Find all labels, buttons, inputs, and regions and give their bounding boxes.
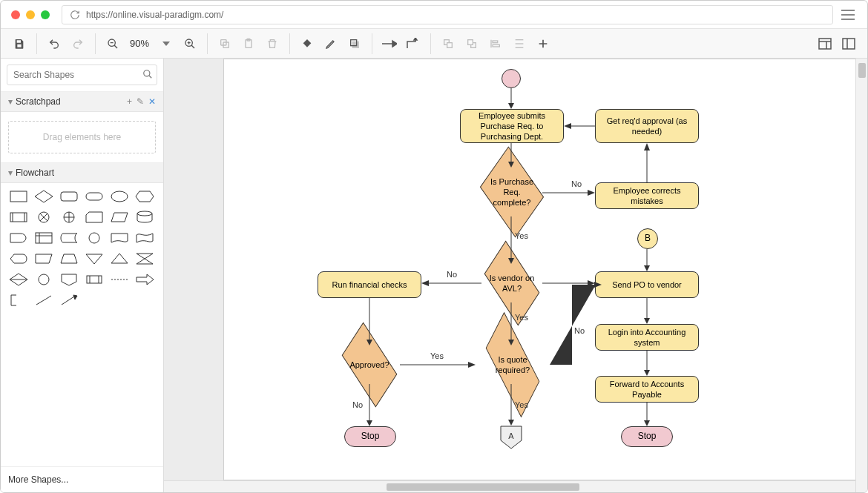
connector-start-button[interactable]: [378, 33, 401, 55]
edge-label-no: No: [447, 270, 457, 279]
shape-internal-storage[interactable]: [33, 231, 54, 245]
svg-marker-77: [73, 295, 77, 300]
shape-rectangle[interactable]: [8, 189, 29, 204]
edit-scratchpad-icon[interactable]: ✎: [137, 96, 144, 107]
shape-terminator[interactable]: [84, 189, 105, 204]
shape-offpage[interactable]: [59, 272, 79, 287]
shape-display[interactable]: [8, 251, 29, 266]
shape-subprocess[interactable]: [8, 210, 29, 225]
stop-node-1[interactable]: Stop: [344, 426, 396, 447]
shape-loop-limit[interactable]: [84, 272, 105, 287]
menu-button[interactable]: [839, 6, 857, 24]
address-bar[interactable]: https://online.visual-paradigm.com/: [62, 5, 833, 24]
reload-icon[interactable]: [70, 10, 80, 20]
close-scratchpad-icon[interactable]: ✕: [148, 96, 156, 107]
canvas-page[interactable]: Employee submits Purchase Req. to Purcha…: [223, 59, 867, 480]
decision-d4[interactable]: Is quote required?: [476, 345, 550, 384]
redo-button[interactable]: [67, 33, 89, 55]
maximize-window-icon[interactable]: [41, 10, 50, 19]
distribute-button[interactable]: [508, 33, 530, 55]
shape-trap-left[interactable]: [33, 251, 54, 266]
connector-style-button[interactable]: [402, 33, 424, 55]
add-scratchpad-icon[interactable]: +: [127, 96, 132, 107]
shape-or[interactable]: [59, 210, 79, 225]
to-back-button[interactable]: [461, 33, 483, 55]
stop-node-2[interactable]: Stop: [621, 426, 673, 447]
shape-connector-circle[interactable]: [84, 231, 105, 245]
outline-panel-button[interactable]: [838, 33, 860, 55]
flowchart-header[interactable]: ▾Flowchart: [1, 163, 163, 183]
process-p7[interactable]: Forward to Accounts Payable: [595, 376, 699, 403]
add-button[interactable]: [532, 33, 554, 55]
shape-arrow[interactable]: [134, 272, 155, 287]
align-icon: [490, 38, 502, 50]
start-node[interactable]: [502, 69, 521, 88]
to-front-button[interactable]: [437, 33, 459, 55]
process-p1[interactable]: Employee submits Purchase Req. to Purcha…: [460, 109, 564, 143]
shape-ellipse[interactable]: [109, 189, 130, 204]
shape-cylinder[interactable]: [134, 210, 155, 225]
svg-marker-40: [35, 191, 53, 202]
svg-marker-63: [86, 254, 102, 264]
fill-color-button[interactable]: [296, 33, 318, 55]
zoom-out-button[interactable]: [102, 33, 124, 55]
shape-collate[interactable]: [134, 251, 155, 266]
canvas-area[interactable]: Employee submits Purchase Req. to Purcha…: [164, 59, 867, 492]
format-panel-button[interactable]: [814, 33, 836, 55]
process-p2[interactable]: Get req'd approval (as needed): [595, 109, 699, 143]
undo-button[interactable]: [43, 33, 65, 55]
shape-sort[interactable]: [8, 272, 29, 287]
vertical-scrollbar[interactable]: [855, 59, 867, 492]
search-icon[interactable]: [142, 69, 153, 79]
shadow-button[interactable]: [343, 33, 366, 55]
shape-hexagon[interactable]: [134, 189, 155, 204]
align-button[interactable]: [484, 33, 507, 55]
shape-tape[interactable]: [134, 231, 155, 245]
paste-button[interactable]: [237, 33, 260, 55]
decision-d2[interactable]: Is vendor on AVL?: [481, 264, 542, 302]
process-p3[interactable]: Employee corrects mistakes: [595, 182, 699, 209]
shape-extract[interactable]: [109, 251, 130, 266]
shape-transfer[interactable]: [109, 272, 130, 287]
svg-rect-41: [61, 192, 77, 201]
shape-rounded-rect[interactable]: [59, 189, 79, 204]
shape-delay[interactable]: [8, 231, 29, 245]
zoom-level[interactable]: 90%: [125, 38, 154, 49]
shape-circle[interactable]: [33, 272, 54, 287]
shape-arrow-line[interactable]: [59, 293, 79, 308]
close-window-icon[interactable]: [11, 10, 20, 19]
shape-line[interactable]: [33, 293, 54, 308]
shape-parallelogram[interactable]: [109, 210, 130, 225]
search-input[interactable]: [7, 64, 157, 85]
shape-merge[interactable]: [84, 251, 105, 266]
offpage-connector-a[interactable]: A: [500, 426, 522, 449]
window-controls[interactable]: [11, 10, 50, 19]
shape-annotation[interactable]: [8, 293, 29, 308]
minimize-window-icon[interactable]: [26, 10, 35, 19]
decision-d1[interactable]: Is Purchase Req. complete?: [481, 168, 542, 216]
more-shapes-link[interactable]: More Shapes...: [1, 466, 163, 492]
copy-button[interactable]: [214, 33, 236, 55]
shape-trapezoid[interactable]: [59, 251, 79, 266]
arrow-right-icon: [382, 39, 397, 48]
decision-d3[interactable]: Approved?: [339, 345, 400, 384]
shape-card[interactable]: [84, 210, 105, 225]
plus-icon: [537, 38, 549, 50]
shape-stored-data[interactable]: [59, 231, 79, 245]
shape-summing[interactable]: [33, 210, 54, 225]
zoom-dropdown[interactable]: [155, 33, 177, 55]
line-color-button[interactable]: [320, 33, 342, 55]
shape-diamond[interactable]: [33, 189, 54, 204]
process-p5[interactable]: Send PO to vendor: [595, 271, 699, 298]
delete-button[interactable]: [261, 33, 283, 55]
process-p6[interactable]: Login into Accounting system: [595, 324, 699, 351]
zoom-in-button[interactable]: [179, 33, 201, 55]
scratchpad-header[interactable]: ▾Scratchpad + ✎ ✕: [1, 92, 163, 112]
horizontal-scrollbar[interactable]: [164, 480, 855, 492]
shape-document[interactable]: [109, 231, 130, 245]
process-p4[interactable]: Run financial checks: [318, 271, 421, 298]
shape-palette: [1, 183, 163, 314]
save-button[interactable]: [8, 33, 30, 55]
connector-b[interactable]: B: [637, 228, 658, 249]
scratchpad-dropzone[interactable]: Drag elements here: [8, 121, 156, 153]
